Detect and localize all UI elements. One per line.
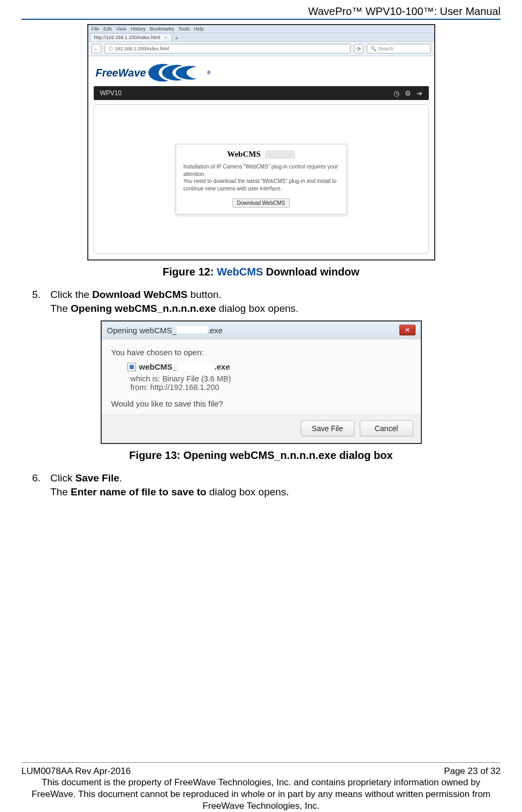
modal-version-redacted: [265, 150, 295, 159]
footer-notice: This document is the property of FreeWav…: [21, 777, 501, 812]
step-6-number: 6.: [32, 471, 50, 499]
modal-line1: Installation of IP Camera "WebCMS" plug-…: [184, 163, 339, 178]
modal-title: WebCMS: [227, 150, 261, 159]
header-rule: [21, 19, 501, 20]
search-bar[interactable]: 🔍 Search: [367, 44, 431, 53]
webcms-modal: WebCMS Installation of IP Camera "WebCMS…: [176, 144, 347, 215]
save-file-button[interactable]: Save File: [301, 420, 354, 436]
freewave-logo-text: FreeWave: [96, 67, 146, 79]
dialog-title-redacted: [177, 326, 208, 333]
freewave-logo: FreeWave ®: [96, 63, 211, 83]
tab-label: http://192.168.1.200/index.html: [94, 35, 161, 40]
app-title: WPV10: [100, 89, 122, 97]
menu-view[interactable]: View: [116, 26, 126, 32]
back-button[interactable]: ←: [92, 44, 101, 53]
dialog-title-a: Opening webCMS_: [107, 326, 177, 335]
url-bar[interactable]: ⓘ 192.168.1.200/index.html: [104, 44, 351, 53]
menu-file[interactable]: File: [92, 26, 100, 32]
footer-doc-id: LUM0078AA Rev Apr-2016: [21, 766, 131, 777]
dialog-which-is: which is: Binary File (3.6 MB): [131, 374, 411, 383]
content-panel: WebCMS Installation of IP Camera "WebCMS…: [94, 104, 429, 254]
browser-url-row: ← ⓘ 192.168.1.200/index.html ⟳ 🔍 Search: [88, 42, 434, 56]
dialog-close-button[interactable]: ✕: [399, 325, 415, 335]
freewave-wave-icon: [148, 63, 207, 83]
dialog-file-row: webCMS_.exe: [127, 362, 411, 371]
dialog-title-bar: Opening webCMS_.exe ✕: [102, 321, 421, 339]
file-icon: [127, 363, 136, 371]
step-5: 5. Click the Download WebCMS button. The…: [32, 288, 501, 315]
clock-icon[interactable]: ◷: [394, 89, 399, 97]
step-6: 6. Click Save File. The Enter name of fi…: [32, 471, 501, 499]
figure12-browser-window: File Edit View History Bookmarks Tools H…: [87, 24, 435, 261]
search-placeholder: Search: [379, 46, 394, 51]
tab-close-icon[interactable]: ×: [164, 35, 167, 40]
modal-line2: You need to download the latest "WebCMS"…: [184, 178, 339, 192]
dialog-save-prompt: Would you like to save this file?: [111, 399, 411, 408]
footer-page-num: Page 23 of 32: [444, 766, 501, 777]
page-footer: LUM0078AA Rev Apr-2016 Page 23 of 32 Thi…: [21, 756, 501, 812]
cancel-button[interactable]: Cancel: [360, 420, 413, 436]
menu-tools[interactable]: Tools: [178, 26, 190, 32]
menu-help[interactable]: Help: [194, 26, 204, 32]
new-tab-button[interactable]: +: [172, 35, 181, 41]
menu-edit[interactable]: Edit: [103, 26, 112, 32]
step-5-number: 5.: [32, 288, 50, 315]
search-icon: 🔍: [370, 46, 376, 51]
dialog-title-b: .exe: [208, 326, 223, 335]
refresh-button[interactable]: ⟳: [354, 44, 364, 53]
menu-history[interactable]: History: [131, 26, 146, 32]
figure13-caption: Figure 13: Opening webCMS_n.n.n.n.exe di…: [21, 449, 501, 462]
browser-tab[interactable]: http://192.168.1.200/index.html ×: [90, 33, 172, 41]
download-webcms-button[interactable]: Download WebCMS: [232, 198, 290, 208]
dialog-from: from: http://192.168.1.200: [131, 383, 411, 392]
menu-bookmarks[interactable]: Bookmarks: [150, 26, 174, 32]
forward-arrow-icon[interactable]: ➔: [417, 89, 422, 97]
browser-tab-row: http://192.168.1.200/index.html × +: [88, 33, 434, 42]
settings-icon[interactable]: ⚙: [405, 89, 411, 97]
app-title-bar: WPV10 ◷ ⚙ ➔: [94, 86, 429, 100]
browser-menu-bar: File Edit View History Bookmarks Tools H…: [88, 25, 434, 33]
url-text: 192.168.1.200/index.html: [115, 46, 169, 51]
page-header-title: WavePro™ WPV10-100™: User Manual: [21, 5, 501, 19]
figure12-caption: Figure 12: WebCMS Download window: [21, 266, 501, 278]
dialog-prompt-open: You have chosen to open:: [111, 348, 411, 357]
browser-page-body: FreeWave ® WPV10 ◷ ⚙: [88, 56, 434, 259]
info-icon: ⓘ: [108, 45, 113, 52]
opening-file-dialog: Opening webCMS_.exe ✕ You have chosen to…: [101, 320, 422, 444]
file-version-redacted: [180, 363, 211, 371]
